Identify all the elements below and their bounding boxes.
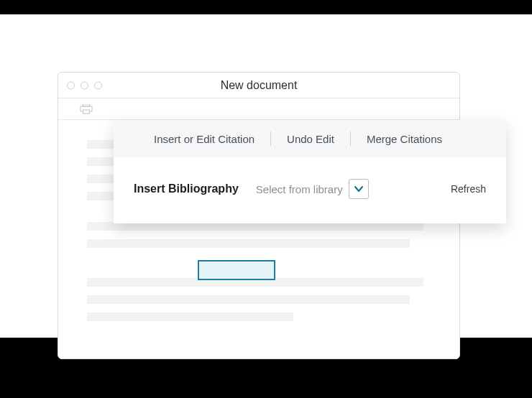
insert-edit-citation-button[interactable]: Insert or Edit Citation — [154, 133, 254, 145]
library-select[interactable]: Select from library — [256, 179, 369, 199]
separator — [270, 131, 271, 146]
window-controls — [67, 81, 102, 89]
citation-panel-body: Insert Bibliography Select from library … — [114, 157, 506, 223]
text-placeholder — [87, 313, 293, 321]
text-cursor-selection[interactable] — [198, 260, 275, 280]
separator — [350, 131, 351, 146]
window-titlebar: New document — [58, 73, 459, 98]
svg-rect-2 — [83, 110, 90, 114]
library-select-placeholder: Select from library — [256, 183, 343, 195]
refresh-button[interactable]: Refresh — [451, 183, 486, 195]
window-control-minimize[interactable] — [81, 81, 88, 89]
merge-citations-button[interactable]: Merge Citations — [367, 133, 442, 145]
print-icon[interactable] — [80, 104, 93, 114]
window-control-close[interactable] — [67, 81, 75, 89]
text-placeholder — [87, 295, 410, 304]
citation-panel-toolbar: Insert or Edit Citation Undo Edit Merge … — [114, 120, 506, 157]
window-control-zoom[interactable] — [94, 81, 102, 89]
chevron-down-icon[interactable] — [349, 179, 369, 199]
undo-edit-button[interactable]: Undo Edit — [287, 133, 334, 145]
window-toolbar — [58, 98, 459, 120]
window-title: New document — [58, 79, 459, 92]
canvas: New document — [0, 14, 532, 338]
insert-bibliography-label[interactable]: Insert Bibliography — [134, 182, 239, 195]
text-placeholder — [87, 239, 410, 248]
citation-panel: Insert or Edit Citation Undo Edit Merge … — [114, 120, 506, 223]
